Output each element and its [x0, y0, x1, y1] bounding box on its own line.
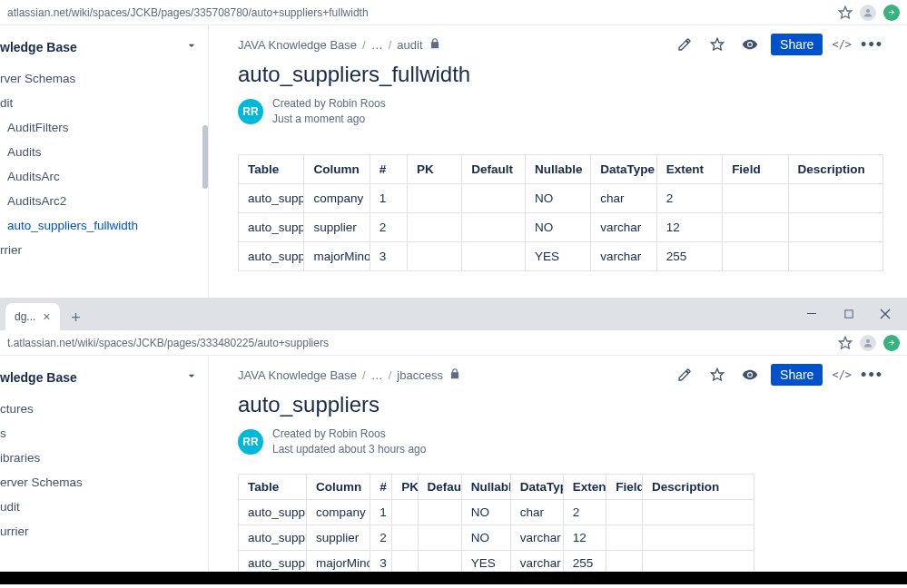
sidebar-item[interactable]: erver Schemas — [0, 470, 208, 495]
breadcrumb-sep: / — [362, 38, 366, 52]
table-cell: varchar — [510, 524, 563, 550]
chevron-down-icon[interactable] — [184, 368, 199, 386]
breadcrumb-space[interactable]: JAVA Knowledge Base — [238, 368, 357, 382]
extension-icon[interactable] — [883, 335, 900, 351]
share-button[interactable]: Share — [771, 34, 823, 55]
sidebar-item[interactable]: AuditsArc — [0, 164, 208, 189]
sidebar-item[interactable]: AuditsArc2 — [0, 189, 208, 213]
table-cell: auto_suppliers — [239, 499, 307, 524]
table-cell: 2 — [563, 499, 606, 524]
table-cell: varchar — [591, 212, 656, 241]
sidebar-item[interactable]: auto_suppliers_fullwidth — [0, 213, 208, 238]
edit-icon[interactable] — [673, 363, 696, 387]
table-row: auto_supplierscompany1NOchar2 — [239, 499, 754, 524]
sidebar-item[interactable]: ibraries — [0, 446, 208, 470]
table-cell: YES — [525, 241, 590, 270]
table-cell: 12 — [563, 524, 606, 550]
page-title: auto_suppliers_fullwidth — [238, 62, 883, 87]
extension-icon[interactable] — [883, 5, 900, 21]
table-cell — [643, 550, 754, 572]
sidebar-title-label: wledge Base — [0, 370, 77, 385]
sidebar-item[interactable]: ctures — [0, 397, 208, 421]
sidebar-space-title[interactable]: wledge Base — [0, 34, 208, 66]
table-cell: varchar — [591, 241, 656, 270]
sidebar-item[interactable]: Audits — [0, 140, 208, 164]
page-meta: RR Created by Robin Roos Just a moment a… — [238, 96, 883, 127]
breadcrumb-parent[interactable]: jbaccess — [397, 368, 443, 382]
page-actions: Share </> ••• — [673, 363, 883, 387]
new-tab-button[interactable]: + — [64, 305, 89, 330]
window-close-icon[interactable] — [867, 301, 903, 327]
table-cell — [723, 212, 788, 241]
table-cell: 255 — [563, 550, 606, 572]
more-actions-icon[interactable]: ••• — [861, 35, 883, 54]
watch-icon[interactable] — [738, 363, 762, 387]
svg-point-1 — [866, 9, 870, 13]
table-cell — [606, 550, 643, 572]
tab-title: dg... — [15, 310, 35, 323]
column-header: Column — [306, 474, 370, 499]
embed-icon[interactable]: </> — [832, 368, 852, 381]
breadcrumb-sep: / — [389, 368, 392, 382]
table-cell: auto_suppliers — [239, 550, 307, 572]
watch-icon[interactable] — [738, 33, 762, 56]
profile-avatar-small[interactable] — [860, 5, 876, 21]
table-cell: YES — [461, 550, 510, 572]
table-cell: NO — [525, 183, 590, 212]
table-cell: auto_supplie — [239, 241, 304, 270]
breadcrumb-parent[interactable]: audit — [397, 38, 422, 52]
table-cell — [392, 524, 418, 550]
sidebar-item[interactable]: AuditFilters — [0, 115, 208, 140]
star-icon[interactable] — [705, 363, 729, 387]
column-header: Table — [239, 474, 307, 499]
url-text: atlassian.net/wiki/spaces/JCKB/pages/335… — [7, 6, 838, 19]
sidebar-item[interactable]: urrier — [0, 519, 208, 544]
edit-icon[interactable] — [673, 33, 696, 56]
breadcrumb: JAVA Knowledge Base / … / audit — [238, 37, 441, 53]
os-taskbar[interactable] — [0, 572, 907, 584]
table-cell — [407, 241, 461, 270]
column-header: DataType — [591, 154, 656, 183]
table-cell — [392, 499, 418, 524]
author-avatar[interactable]: RR — [238, 99, 263, 124]
breadcrumb-ellipsis[interactable]: … — [371, 38, 383, 52]
bookmark-star-icon[interactable] — [838, 336, 853, 350]
page-content: JAVA Knowledge Base / … / audit — [209, 25, 907, 298]
svg-marker-2 — [711, 38, 723, 50]
table-cell: auto_suppliers — [239, 183, 304, 212]
table-cell: NO — [461, 499, 510, 524]
profile-avatar-small[interactable] — [860, 335, 876, 351]
sidebar-space-title[interactable]: wledge Base — [0, 365, 208, 397]
table-header-row: TableColumn#PKDefaultNullableDataTypeExt… — [239, 474, 754, 499]
column-header: Field — [723, 154, 788, 183]
sidebar-item[interactable]: udit — [0, 495, 208, 519]
lock-icon — [449, 368, 461, 383]
breadcrumb-ellipsis[interactable]: … — [371, 368, 383, 382]
table-cell — [723, 183, 788, 212]
column-header: Default — [418, 474, 461, 499]
breadcrumb-space[interactable]: JAVA Knowledge Base — [238, 38, 357, 52]
chevron-down-icon[interactable] — [184, 38, 199, 55]
sidebar-item[interactable]: s — [0, 421, 208, 446]
window-minimize-icon[interactable] — [794, 301, 831, 327]
bookmark-star-icon[interactable] — [838, 5, 853, 20]
browser-tab-strip: dg... × + — [0, 298, 907, 330]
sidebar-item[interactable]: rver Schemas — [0, 66, 208, 91]
author-avatar[interactable]: RR — [238, 429, 263, 455]
more-actions-icon[interactable]: ••• — [861, 366, 883, 385]
table-cell: 2 — [656, 183, 722, 212]
window-maximize-icon[interactable] — [831, 301, 867, 327]
page-actions: Share </> ••• — [673, 33, 883, 56]
close-tab-icon[interactable]: × — [43, 309, 50, 324]
sidebar-item[interactable]: dit — [0, 91, 208, 115]
sidebar-item[interactable]: rrier — [0, 238, 208, 262]
browser-tab[interactable]: dg... × — [5, 303, 60, 330]
scrollbar-thumb[interactable] — [202, 125, 208, 189]
column-header: Column — [304, 154, 370, 183]
embed-icon[interactable]: </> — [832, 38, 852, 51]
table-cell — [788, 212, 882, 241]
star-icon[interactable] — [705, 33, 729, 56]
table-cell — [462, 212, 526, 241]
table-row: auto_suppliersmajorMinors3YESvarchar255 — [239, 550, 754, 572]
share-button[interactable]: Share — [771, 364, 823, 386]
